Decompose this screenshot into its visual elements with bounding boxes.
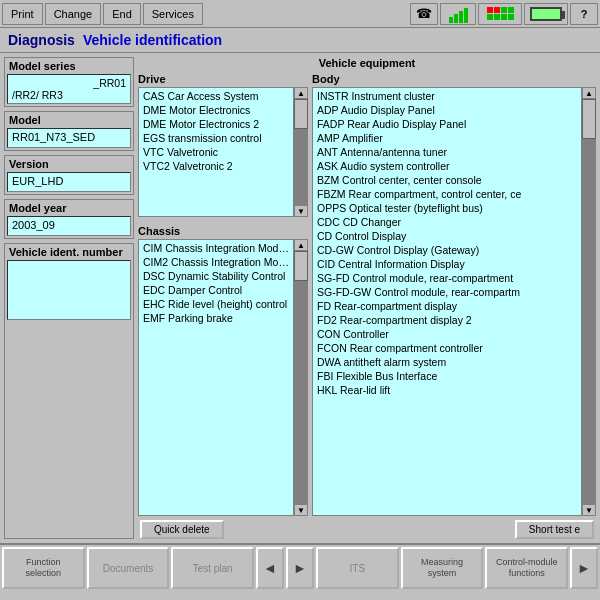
list-item[interactable]: EGS transmission control — [140, 131, 292, 145]
left-panel: Model series _RR01 /RR2/ RR3 Model RR01_… — [4, 57, 134, 539]
list-item[interactable]: FADP Rear Audio Display Panel — [314, 117, 580, 131]
scroll-up-btn[interactable]: ▲ — [582, 87, 596, 99]
vehicle-ident-group: Vehicle ident. number — [4, 243, 134, 539]
action-row: Quick delete Short test e — [138, 520, 596, 539]
menu-print[interactable]: Print — [2, 3, 43, 25]
nav-control-module[interactable]: Control-modulefunctions — [485, 547, 568, 589]
list-item[interactable]: CD Control Display — [314, 229, 580, 243]
version-group: Version EUR_LHD — [4, 155, 134, 195]
middle-column: Drive CAS Car Access System DME Motor El… — [138, 73, 308, 516]
list-item[interactable]: DWA antitheft alarm system — [314, 355, 580, 369]
list-item[interactable]: OPPS Optical tester (byteflight bus) — [314, 201, 580, 215]
list-item[interactable]: SG-FD Control module, rear-compartment — [314, 271, 580, 285]
drive-scrollbar[interactable]: ▲ ▼ — [294, 87, 308, 217]
scroll-thumb[interactable] — [294, 251, 308, 281]
model-series-group: Model series _RR01 /RR2/ RR3 — [4, 57, 134, 107]
list-item[interactable]: DSC Dynamic Stability Control — [140, 269, 292, 283]
list-item[interactable]: FBI Flexible Bus Interface — [314, 369, 580, 383]
list-item[interactable]: AMP Amplifier — [314, 131, 580, 145]
scroll-thumb[interactable] — [294, 99, 308, 129]
nav-test-plan[interactable]: Test plan — [171, 547, 254, 589]
list-item[interactable]: HKL Rear-lid lift — [314, 383, 580, 397]
body-column: Body INSTR Instrument cluster ADP Audio … — [312, 73, 596, 516]
list-item[interactable]: EDC Damper Control — [140, 283, 292, 297]
scroll-up-btn[interactable]: ▲ — [294, 87, 308, 99]
list-item[interactable]: EMF Parking brake — [140, 311, 292, 325]
drive-label: Drive — [138, 73, 308, 85]
menu-change[interactable]: Change — [45, 3, 102, 25]
list-item[interactable]: CID Central Information Display — [314, 257, 580, 271]
body-scrollbar[interactable]: ▲ ▼ — [582, 87, 596, 516]
menu-end[interactable]: End — [103, 3, 141, 25]
scroll-up-btn[interactable]: ▲ — [294, 239, 308, 251]
body-list[interactable]: INSTR Instrument cluster ADP Audio Displ… — [312, 87, 582, 516]
drive-section: Drive CAS Car Access System DME Motor El… — [138, 73, 308, 217]
vehicle-equipment-title: Vehicle equipment — [138, 57, 596, 69]
drive-list[interactable]: CAS Car Access System DME Motor Electron… — [138, 87, 294, 217]
chassis-section: Chassis CIM Chassis Integration Module C… — [138, 225, 308, 516]
chassis-scrollbar[interactable]: ▲ ▼ — [294, 239, 308, 516]
short-test-button[interactable]: Short test e — [515, 520, 594, 539]
list-item[interactable]: CD-GW Control Display (Gateway) — [314, 243, 580, 257]
nav-next[interactable]: ► — [286, 547, 314, 589]
list-item[interactable]: CDC CD Changer — [314, 215, 580, 229]
list-item[interactable]: CON Controller — [314, 327, 580, 341]
list-item[interactable]: EHC Ride level (height) control — [140, 297, 292, 311]
scroll-down-btn[interactable]: ▼ — [582, 504, 596, 516]
page-header: Diagnosis Vehicle identification — [0, 28, 600, 53]
model-year-label: Model year — [5, 200, 133, 216]
list-item[interactable]: CIM Chassis Integration Module — [140, 241, 292, 255]
quick-delete-button[interactable]: Quick delete — [140, 520, 224, 539]
scroll-track — [582, 99, 596, 504]
list-item[interactable]: VTC Valvetronic — [140, 145, 292, 159]
model-series-value: _RR01 /RR2/ RR3 — [7, 74, 131, 104]
version-label: Version — [5, 156, 133, 172]
main-content: Model series _RR01 /RR2/ RR3 Model RR01_… — [0, 53, 600, 543]
nav-its[interactable]: ITS — [316, 547, 399, 589]
nav-function-selection[interactable]: Functionselection — [2, 547, 85, 589]
scroll-track — [294, 99, 308, 205]
list-item[interactable]: FBZM Rear compartment, control center, c… — [314, 187, 580, 201]
menu-bar: Print Change End Services ☎ — [0, 0, 600, 28]
nav-documents[interactable]: Documents — [87, 547, 170, 589]
list-item[interactable]: DME Motor Electronics — [140, 103, 292, 117]
list-item[interactable]: CAS Car Access System — [140, 89, 292, 103]
list-item[interactable]: FD2 Rear-compartment display 2 — [314, 313, 580, 327]
model-series-label: Model series — [5, 58, 133, 74]
list-item[interactable]: FD Rear-compartment display — [314, 299, 580, 313]
list-item[interactable]: ASK Audio system controller — [314, 159, 580, 173]
list-item[interactable]: ADP Audio Display Panel — [314, 103, 580, 117]
equipment-columns: Drive CAS Car Access System DME Motor El… — [138, 73, 596, 516]
nav-measuring-system[interactable]: Measuringsystem — [401, 547, 484, 589]
menu-services[interactable]: Services — [143, 3, 203, 25]
vehicle-ident-label: Vehicle ident. number — [5, 244, 133, 260]
model-group: Model RR01_N73_SED — [4, 111, 134, 151]
list-item[interactable]: INSTR Instrument cluster — [314, 89, 580, 103]
chassis-list[interactable]: CIM Chassis Integration Module CIM2 Chas… — [138, 239, 294, 516]
help-icon[interactable]: ? — [570, 3, 598, 25]
nav-prev[interactable]: ◄ — [256, 547, 284, 589]
phone-icon[interactable]: ☎ — [410, 3, 438, 25]
model-year-value: 2003_09 — [7, 216, 131, 236]
version-value: EUR_LHD — [7, 172, 131, 192]
header-title: Vehicle identification — [83, 32, 222, 48]
signal-icon — [440, 3, 476, 25]
vehicle-ident-value — [7, 260, 131, 320]
scroll-down-btn[interactable]: ▼ — [294, 504, 308, 516]
list-item[interactable]: SG-FD-GW Control module, rear-compartm — [314, 285, 580, 299]
model-label: Model — [5, 112, 133, 128]
bottom-nav-bar: Functionselection Documents Test plan ◄ … — [0, 543, 600, 591]
list-item[interactable]: VTC2 Valvetronic 2 — [140, 159, 292, 173]
right-area: Vehicle equipment Drive CAS Car Access S… — [138, 57, 596, 539]
scroll-thumb[interactable] — [582, 99, 596, 139]
list-item[interactable]: DME Motor Electronics 2 — [140, 117, 292, 131]
list-item[interactable]: CIM2 Chassis Integration Module 2 — [140, 255, 292, 269]
scroll-down-btn[interactable]: ▼ — [294, 205, 308, 217]
list-item[interactable]: FCON Rear compartment controller — [314, 341, 580, 355]
scroll-track — [294, 251, 308, 504]
list-item[interactable]: ANT Antenna/antenna tuner — [314, 145, 580, 159]
list-item[interactable]: BZM Control center, center console — [314, 173, 580, 187]
battery-icon — [524, 3, 568, 25]
nav-end[interactable]: ► — [570, 547, 598, 589]
model-value: RR01_N73_SED — [7, 128, 131, 148]
